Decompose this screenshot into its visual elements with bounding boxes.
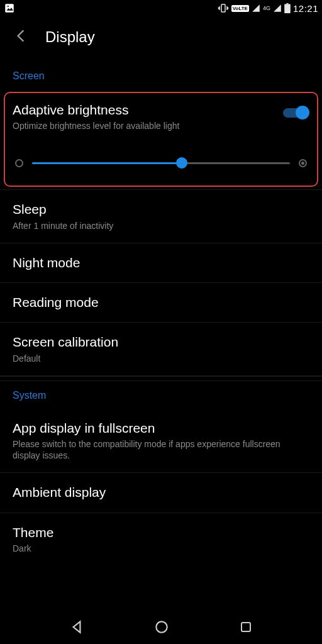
reading-mode-title: Reading mode	[13, 294, 309, 311]
brightness-max-icon	[299, 159, 307, 167]
brightness-slider[interactable]	[32, 157, 290, 169]
page-header: Display	[0, 16, 322, 62]
nav-home-icon[interactable]	[153, 619, 170, 638]
theme-sub: Dark	[13, 543, 309, 554]
signal-icon-1	[252, 4, 260, 13]
ambient-title: Ambient display	[13, 484, 309, 501]
section-header-system: System	[0, 381, 322, 409]
setting-row-screen-calibration[interactable]: Screen calibration Default	[0, 323, 322, 375]
fullscreen-sub: Please switch to the compatibility mode …	[13, 438, 309, 461]
svg-point-5	[156, 621, 167, 632]
svg-rect-2	[221, 4, 225, 12]
status-bar: VoLTE 4G 12:21	[0, 0, 322, 16]
svg-rect-6	[242, 623, 250, 631]
night-mode-title: Night mode	[13, 255, 309, 271]
picture-icon	[4, 3, 15, 14]
vibrate-icon	[218, 3, 229, 14]
svg-rect-0	[5, 4, 14, 13]
setting-row-sleep[interactable]: Sleep After 1 minute of inactivity	[0, 190, 322, 243]
highlight-adaptive-brightness: Adaptive brightness Optimize brightness …	[4, 92, 318, 187]
svg-rect-3	[284, 4, 291, 13]
svg-point-1	[8, 6, 9, 7]
setting-row-fullscreen[interactable]: App display in fullscreen Please switch …	[0, 409, 322, 474]
signal-icon-2	[273, 4, 282, 13]
screen-cal-sub: Default	[13, 353, 309, 364]
theme-title: Theme	[13, 525, 309, 541]
adaptive-brightness-sub: Optimize brightness level for available …	[13, 120, 179, 131]
page-title: Display	[45, 28, 95, 46]
network-type: 4G	[263, 5, 270, 11]
setting-row-theme[interactable]: Theme Dark	[0, 513, 322, 565]
setting-row-night-mode[interactable]: Night mode	[0, 243, 322, 283]
svg-rect-4	[286, 3, 288, 4]
setting-row-adaptive-brightness[interactable]: Adaptive brightness Optimize brightness …	[13, 102, 309, 131]
screen-cal-title: Screen calibration	[13, 334, 309, 350]
nav-recent-icon[interactable]	[238, 619, 253, 637]
sleep-title: Sleep	[13, 201, 309, 218]
fullscreen-title: App display in fullscreen	[13, 420, 309, 436]
nav-back-icon[interactable]	[69, 619, 85, 638]
setting-row-ambient-display[interactable]: Ambient display	[0, 473, 322, 513]
back-arrow-icon[interactable]	[13, 28, 29, 47]
navigation-bar	[0, 613, 322, 644]
brightness-slider-row	[13, 157, 309, 169]
status-clock: 12:21	[293, 3, 318, 14]
adaptive-brightness-toggle[interactable]	[282, 104, 309, 121]
battery-icon	[284, 3, 291, 13]
section-header-screen: Screen	[0, 62, 322, 89]
adaptive-brightness-title: Adaptive brightness	[13, 102, 179, 118]
setting-row-reading-mode[interactable]: Reading mode	[0, 283, 322, 323]
volte-badge: VoLTE	[231, 5, 249, 12]
section-divider	[0, 376, 322, 381]
sleep-sub: After 1 minute of inactivity	[13, 220, 309, 231]
brightness-min-icon	[15, 159, 23, 167]
